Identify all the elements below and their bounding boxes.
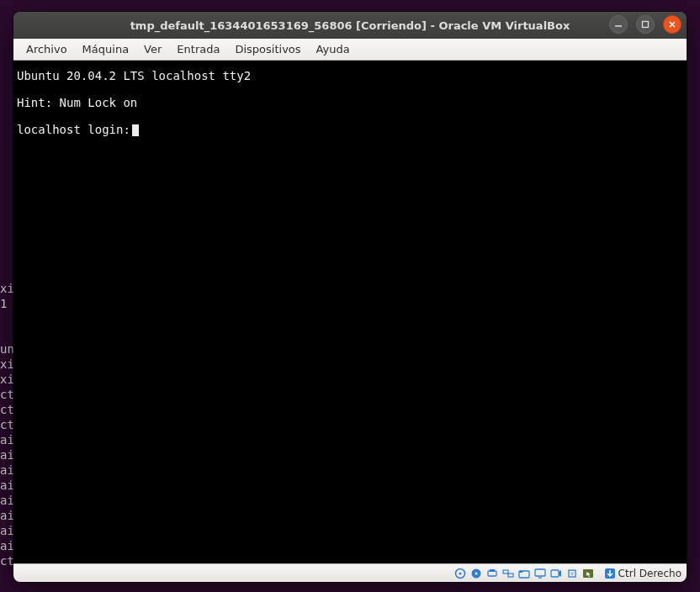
svg-rect-1 — [643, 22, 649, 28]
maximize-button[interactable] — [636, 15, 655, 34]
menu-entrada[interactable]: Entrada — [169, 40, 227, 58]
svg-rect-10 — [503, 570, 508, 574]
menu-ayuda[interactable]: Ayuda — [309, 40, 358, 58]
display-icon[interactable] — [533, 567, 548, 580]
svg-rect-15 — [551, 570, 559, 577]
sharedfolders-icon[interactable] — [517, 567, 532, 580]
menu-archivo[interactable]: Archivo — [19, 40, 75, 58]
svg-rect-11 — [508, 574, 513, 577]
menu-ver[interactable]: Ver — [136, 40, 169, 58]
menu-bar: Archivo Máquina Ver Entrada Dispositivos… — [13, 39, 687, 61]
window-controls — [609, 15, 681, 34]
minimize-button[interactable] — [609, 15, 628, 34]
arrow-down-icon — [604, 568, 616, 579]
vm-console[interactable]: Ubuntu 20.04.2 LTS localhost tty2 Hint: … — [13, 61, 687, 563]
virtualbox-window: tmp_default_1634401653169_56806 [Corrien… — [13, 12, 687, 582]
host-key-indicator[interactable]: Ctrl Derecho — [601, 568, 681, 579]
svg-rect-13 — [535, 569, 545, 576]
status-bar: V Ctrl Derecho — [13, 563, 687, 582]
menu-dispositivos[interactable]: Dispositivos — [227, 40, 308, 58]
recording-icon[interactable] — [549, 567, 564, 580]
cpu-icon[interactable]: V — [565, 567, 580, 580]
login-prompt: localhost login: — [17, 123, 130, 136]
background-terminal: xi 1 un xi xi ct ct ct ai ai ai ai ai ai… — [0, 235, 14, 568]
close-button[interactable] — [663, 15, 681, 34]
window-titlebar[interactable]: tmp_default_1634401653169_56806 [Corrien… — [13, 12, 687, 39]
network-icon[interactable] — [501, 567, 516, 580]
text-cursor — [132, 124, 139, 136]
window-title: tmp_default_1634401653169_56806 [Corrien… — [130, 19, 570, 32]
console-line-1: Ubuntu 20.04.2 LTS localhost tty2 — [17, 69, 251, 82]
console-line-2: Hint: Num Lock on — [17, 96, 137, 109]
optical-icon[interactable] — [469, 567, 484, 580]
svg-rect-9 — [490, 569, 495, 572]
status-icons-group: V — [453, 567, 596, 580]
menu-maquina[interactable]: Máquina — [75, 40, 137, 58]
svg-text:V: V — [570, 570, 574, 576]
host-key-label: Ctrl Derecho — [618, 568, 681, 579]
svg-point-7 — [475, 572, 478, 574]
harddisk-icon[interactable] — [453, 567, 468, 580]
svg-point-5 — [459, 572, 462, 574]
mouse-integration-icon[interactable] — [581, 567, 596, 580]
usb-icon[interactable] — [485, 567, 500, 580]
